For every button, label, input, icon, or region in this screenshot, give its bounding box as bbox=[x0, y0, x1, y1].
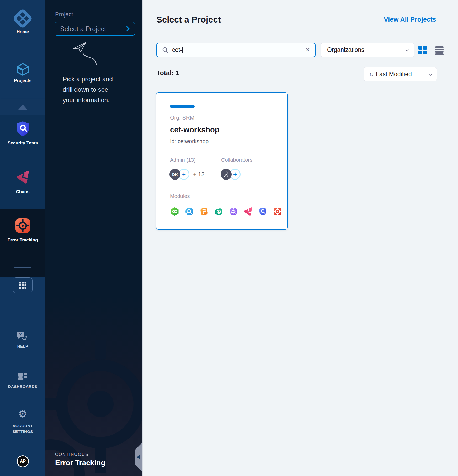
sort-dropdown-value: Last Modified bbox=[376, 71, 429, 78]
main-sidebar: Home Projects bbox=[0, 0, 45, 476]
project-name: cet-workshop bbox=[170, 126, 220, 134]
project-selector-value: Select a Project bbox=[60, 25, 126, 33]
module-switcher-button[interactable] bbox=[13, 277, 33, 293]
sidebar-divider bbox=[14, 267, 31, 268]
chevron-down-icon bbox=[405, 48, 409, 51]
help-icon: ? bbox=[16, 331, 29, 342]
panel-footer-kicker: CONTINUOUS bbox=[55, 452, 89, 457]
arrow-illustration bbox=[71, 38, 108, 68]
sort-dropdown[interactable]: ↑↓ Last Modified bbox=[364, 67, 437, 81]
error-tracking-module-icon bbox=[273, 207, 282, 216]
admin-avatar[interactable]: DK bbox=[169, 169, 180, 180]
app-window: Home Projects bbox=[0, 0, 458, 476]
account-settings-label: ACCOUNT SETTINGS bbox=[3, 423, 42, 435]
chaos-label: Chaos bbox=[16, 189, 30, 194]
list-view-toggle[interactable] bbox=[435, 46, 444, 55]
organizations-dropdown[interactable]: Organizations bbox=[321, 43, 414, 57]
security-tests-label: Security Tests bbox=[8, 140, 38, 145]
triangle-left-icon bbox=[137, 455, 140, 460]
organizations-dropdown-value: Organizations bbox=[327, 46, 406, 53]
crosshair-watermark bbox=[45, 306, 142, 476]
project-panel: Project Select a Project Pick a project … bbox=[45, 0, 142, 476]
admin-label: Admin (13) bbox=[170, 157, 196, 163]
service-reliability-module-icon bbox=[229, 207, 238, 216]
error-tracking-label: Error Tracking bbox=[7, 237, 38, 242]
dashboards-label: DASHBOARDS bbox=[8, 384, 38, 389]
user-avatar[interactable]: AP bbox=[17, 455, 29, 467]
svg-text:$: $ bbox=[218, 210, 220, 214]
project-id: Id: cetworkshop bbox=[170, 138, 209, 144]
help-label: HELP bbox=[17, 344, 28, 348]
collaborators-label: Collaborators bbox=[221, 157, 252, 163]
chevron-up-icon bbox=[18, 105, 27, 110]
total-count: Total: 1 bbox=[156, 69, 179, 77]
admin-more-count: + 12 bbox=[193, 171, 204, 178]
svg-text:?: ? bbox=[19, 332, 22, 337]
chevron-down-icon bbox=[429, 72, 432, 76]
clear-search-icon[interactable]: × bbox=[306, 46, 310, 53]
text-caret bbox=[182, 47, 183, 53]
panel-footer-title: Error Tracking bbox=[55, 459, 105, 467]
search-icon bbox=[162, 47, 168, 53]
sidebar-collapse-section[interactable] bbox=[0, 99, 45, 115]
projects-label: Projects bbox=[14, 78, 31, 83]
chaos-engineering-module-icon bbox=[243, 207, 253, 216]
page-title: Select a Project bbox=[156, 15, 221, 25]
person-icon bbox=[223, 171, 229, 178]
gear-icon: ⚙ bbox=[18, 408, 27, 419]
collaborator-avatar[interactable] bbox=[221, 169, 232, 180]
chaos-icon bbox=[15, 169, 30, 185]
dashboards-icon bbox=[18, 372, 28, 382]
project-card[interactable]: Org: SRM cet-workshop Id: cetworkshop Ad… bbox=[156, 92, 288, 230]
modules-row: $ bbox=[170, 207, 282, 216]
project-org: Org: SRM bbox=[170, 115, 194, 121]
home-label: Home bbox=[17, 29, 29, 34]
project-selector[interactable]: Select a Project bbox=[55, 22, 135, 36]
projects-icon bbox=[16, 62, 30, 77]
chevron-right-icon bbox=[126, 26, 130, 32]
cloud-cost-management-module-icon: $ bbox=[214, 207, 223, 216]
search-value: cet- bbox=[172, 46, 306, 54]
security-tests-icon bbox=[15, 121, 31, 137]
grid-view-toggle[interactable] bbox=[418, 46, 427, 54]
project-color-bar bbox=[170, 105, 195, 108]
search-input[interactable]: cet- × bbox=[156, 43, 316, 57]
error-tracking-icon bbox=[15, 218, 30, 233]
modules-label: Modules bbox=[170, 193, 190, 199]
continuous-delivery-module-icon bbox=[170, 207, 179, 216]
home-icon bbox=[15, 11, 30, 26]
security-tests-module-icon bbox=[258, 207, 268, 216]
view-all-projects-link[interactable]: View All Projects bbox=[384, 16, 436, 23]
sort-arrows-icon: ↑↓ bbox=[369, 71, 373, 77]
feature-flags-module-icon bbox=[199, 207, 209, 216]
panel-hint-text: Pick a project and drill down to see you… bbox=[63, 74, 128, 105]
avatar-initials: AP bbox=[20, 459, 26, 464]
grid-icon bbox=[19, 282, 26, 289]
main-content: Select a Project View All Projects cet- … bbox=[142, 0, 458, 476]
project-field-label: Project bbox=[55, 11, 73, 18]
continuous-integration-module-icon bbox=[185, 207, 194, 216]
